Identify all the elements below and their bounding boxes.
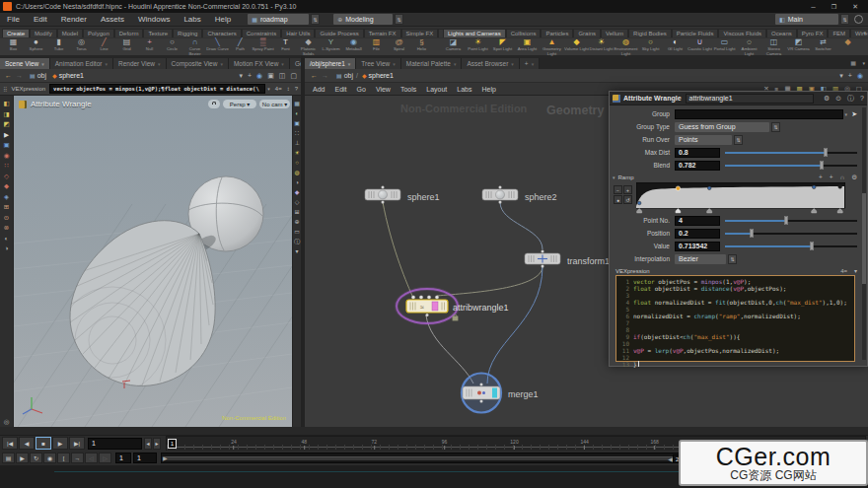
vex-language-icon[interactable]: 4= [840, 268, 847, 274]
ramp-point-marker[interactable] [707, 209, 712, 214]
snap-point-icon[interactable]: ⊙ [4, 213, 9, 224]
current-frame-field[interactable]: 1 [88, 438, 142, 450]
shelf-tab[interactable]: Guide Process [315, 29, 363, 37]
lighting-icon[interactable]: ☀ [294, 148, 299, 158]
vex-expand-icon[interactable]: ▾ [854, 267, 857, 274]
jump-start-button[interactable]: |◀ [2, 437, 18, 450]
group-input[interactable] [675, 109, 843, 119]
vex-help-icon[interactable]: ? [295, 86, 298, 92]
box-tool[interactable]: ▦Box [2, 37, 25, 57]
point-light-tool[interactable]: ☀Point Light [466, 37, 490, 57]
pin-icon[interactable]: + [848, 72, 852, 79]
desktop-spinner[interactable]: ⇅ [311, 14, 320, 25]
shelf-tab[interactable]: Deform [114, 29, 144, 37]
menu-item[interactable]: Render [54, 15, 94, 24]
position-slider[interactable] [725, 228, 857, 239]
info-params-icon[interactable]: ⓘ [847, 94, 854, 104]
path-node[interactable]: sphere1 [59, 72, 84, 79]
network-menu-item[interactable]: Labs [452, 86, 476, 93]
ambient-light-tool[interactable]: ◌Ambient Light [737, 37, 761, 57]
wireframe-icon[interactable]: ◇ [295, 197, 300, 207]
pane-tab[interactable]: Composite View [167, 58, 229, 69]
node-label[interactable]: merge1 [508, 389, 539, 399]
shelf-tab[interactable]: Characters [202, 29, 241, 37]
path-dropdown-icon[interactable]: ▾ [839, 72, 843, 80]
gear-scope-icon[interactable]: ◩ [3, 119, 9, 130]
shelf-tab[interactable]: Vellum [601, 29, 628, 37]
view-mode-icon[interactable]: ◐ [5, 234, 9, 244]
play-button[interactable]: ▶ [52, 437, 68, 450]
network-menu-item[interactable]: Tools [396, 86, 421, 93]
gi-light-tool[interactable]: ◐GI Light [663, 37, 687, 57]
pane-tab[interactable]: Geometry Spreadsheet [290, 58, 301, 69]
menu-item[interactable]: Assets [94, 15, 131, 24]
range-start-field[interactable]: 1 [115, 453, 131, 463]
help-params-icon[interactable]: ? [860, 95, 864, 102]
run-over-spinner[interactable]: ⇅ [734, 135, 743, 145]
view-layout-icon[interactable]: ▦ [294, 99, 300, 108]
l-system-tool[interactable]: YL-System [320, 37, 342, 57]
tube-tool[interactable]: ▮Tube [47, 37, 70, 57]
menu-item[interactable]: Labs [177, 15, 207, 24]
distant-light-tool[interactable]: ☀Distant Light [589, 37, 614, 57]
help-ring-icon[interactable] [854, 15, 863, 24]
forward-icon[interactable]: → [16, 72, 23, 79]
ramp-curve-icon[interactable]: ∩ [840, 174, 845, 180]
node-sphere2[interactable] [482, 186, 518, 204]
menu-item[interactable]: Windows [131, 15, 177, 24]
stop-button[interactable]: ■ [36, 437, 51, 450]
circle-tool[interactable]: ○Circle [161, 37, 183, 57]
pane-tab[interactable]: Motion FX View [229, 58, 290, 69]
point-no-slider[interactable] [725, 215, 857, 226]
pane-menu-icon[interactable]: ▾ [862, 60, 865, 66]
path-context[interactable]: obj [37, 72, 46, 79]
camera-tool[interactable]: ◪Camera [441, 37, 466, 57]
group-type-spinner[interactable]: ⇅ [771, 122, 780, 132]
spray-paint-tool[interactable]: ▒Spray Paint [252, 37, 274, 57]
switcher-tool[interactable]: ⇄Switcher [811, 37, 835, 57]
keyframe-scope-icon[interactable]: ◨ [3, 109, 9, 120]
scrub-behavior-icon[interactable]: ▶ [16, 453, 29, 463]
torus-tool[interactable]: ◎Torus [70, 37, 93, 57]
pane-layout-icon[interactable]: ▦ [850, 59, 856, 66]
curve-bezier-tool[interactable]: ∩Curve Bezier [183, 37, 206, 57]
node-sphere1[interactable] [365, 186, 400, 204]
shelf-tab[interactable]: Particle Fluids [672, 29, 719, 37]
close-button[interactable]: ✕ [844, 3, 866, 11]
ramp-gear-icon[interactable]: ⚙ [851, 174, 857, 181]
network-menu-item[interactable]: Go [352, 86, 371, 93]
extra-tool[interactable]: ◆ [835, 37, 860, 57]
point-no-field[interactable]: 4 [675, 216, 720, 226]
camera-menu[interactable]: No cam ▾ [259, 100, 290, 108]
record-icon[interactable]: ◉ [43, 453, 56, 463]
node-merge1[interactable] [462, 374, 501, 413]
node-name-field[interactable]: attribwrangle1 [686, 94, 814, 104]
shelf-tab[interactable]: Rigging [173, 29, 202, 37]
network-menu-item[interactable]: View [371, 86, 396, 93]
shelf-tab[interactable]: Particles [541, 29, 573, 37]
selection-lock-icon[interactable]: ▣ [3, 140, 9, 151]
loop-mode-icon[interactable]: ↻ [30, 453, 42, 463]
network-menu-item[interactable]: Edit [329, 86, 351, 93]
visibility-icon[interactable]: ◎ [4, 417, 10, 428]
viewport-lock-button[interactable] [208, 100, 220, 108]
search-params-icon[interactable]: ⊙ [835, 95, 841, 103]
group-type-combo[interactable]: Guess from Group [675, 122, 769, 132]
shelf-tab[interactable]: Terrain FX [364, 29, 401, 37]
path-dropdown-icon[interactable]: ▾ [239, 72, 243, 80]
show-objects-icon[interactable]: ◧ [3, 99, 9, 109]
shelf-tab[interactable]: Oceans [766, 29, 797, 37]
shelf-tab[interactable]: Polygon [83, 29, 114, 37]
frame-down-button[interactable]: ◂ [144, 438, 152, 450]
vexbar-input[interactable]: vector objectPos = minpos(1,v@P);¶float … [49, 84, 265, 94]
blend-slider[interactable] [725, 160, 857, 171]
ramp-point-marker[interactable] [837, 209, 842, 214]
gear-menu-icon[interactable]: ⚙ [824, 95, 830, 103]
shelf-tab[interactable]: Collisions [506, 29, 542, 37]
value-slider[interactable] [725, 241, 857, 251]
ramp-point[interactable] [637, 201, 641, 205]
node-attribwrangle1[interactable]: ≈ [397, 289, 458, 323]
select-edges-icon[interactable]: ◇ [4, 172, 9, 182]
pane-tab[interactable]: Material Palette [401, 58, 463, 69]
shading-mode-icon[interactable]: ◐ [295, 108, 299, 118]
